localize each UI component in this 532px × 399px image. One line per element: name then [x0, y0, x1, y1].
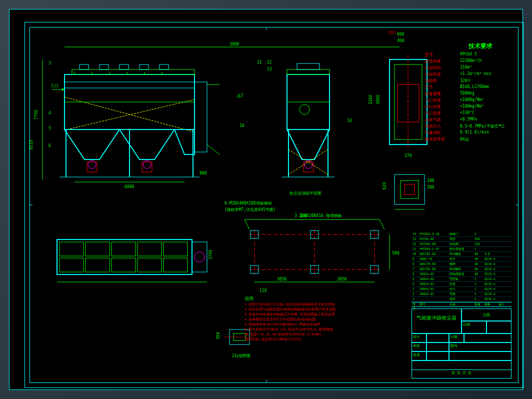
svg-rect-82: [86, 258, 110, 272]
svg-rect-24: [87, 162, 97, 172]
svg-rect-69: [400, 180, 418, 198]
svg-rect-70: [404, 184, 414, 194]
svg-text:3050: 3050: [277, 277, 286, 282]
svg-rect-26: [194, 82, 207, 152]
svg-text:304: 304: [216, 332, 220, 340]
svg-rect-80: [164, 242, 188, 256]
svg-text:晶7: 晶7: [237, 94, 244, 98]
bom-row: 5300X4-04壳壁板1Q235-A: [412, 277, 512, 282]
svg-text:6: 6: [48, 144, 51, 148]
svg-rect-55: [304, 162, 314, 172]
svg-text:110: 110: [260, 288, 267, 293]
svg-text:460: 460: [397, 38, 404, 43]
main-elevation: 入口: [50, 64, 220, 177]
svg-point-87: [194, 252, 204, 262]
svg-rect-79: [138, 242, 162, 256]
svg-rect-84: [138, 258, 162, 272]
svg-text:出口: 出口: [388, 30, 396, 34]
svg-rect-13: [160, 64, 168, 70]
spec-table: 型号PPC64·5 处理风量22300m³/h 过滤面积310m² 过滤风速<1…: [425, 52, 508, 143]
bom-row: 1底架1Q235-A: [412, 297, 512, 302]
bom-row: 10GB5782-86M16螺栓404.8: [412, 252, 512, 257]
svg-text:100: 100: [427, 178, 434, 183]
svg-rect-9: [80, 64, 88, 70]
svg-text:8115: 8115: [29, 140, 34, 150]
bom-row: 2300X4-01壳体1Q235-A: [412, 292, 512, 297]
svg-rect-49: [297, 64, 320, 70]
svg-text:800: 800: [200, 171, 207, 176]
svg-rect-8: [72, 70, 194, 74]
bolt-note: 6-M20X400X260埋板螺栓: [224, 201, 272, 206]
bom-row: 13PPC96-09风管500: [412, 237, 512, 242]
svg-text:收尘器顶端平面图: 收尘器顶端平面图: [290, 191, 322, 196]
main-dims: 3000 7700 8115 6800 800 3 4 5 6 11 12 13…: [29, 42, 400, 189]
bom-row: 9GB95-76垫片40Q235-A: [412, 257, 512, 262]
bom-row: 7GB5782-86M20螺栓40Q235-A: [412, 267, 512, 272]
bom-row: 8GB6170-86螺母40Q235-A: [412, 262, 512, 267]
notes-block: 说明 1.进风口和出风口可互换,如无特殊的隔板板及支架也变换 2.排灰装置可选配…: [244, 296, 414, 342]
svg-point-58: [300, 104, 310, 114]
svg-line-15: [67, 100, 194, 130]
bom-row: 6300X4-05回转阀装置40Q235-A: [412, 272, 512, 277]
plan-view: 3960 3160 370: [368, 54, 427, 158]
svg-rect-1: [64, 82, 194, 88]
bom-row: 4300X4-03支架1Q235-A: [412, 282, 512, 287]
svg-rect-85: [164, 258, 188, 272]
svg-text:620: 620: [382, 182, 387, 190]
bom-row: 11PPC064-5-07喷吹管装置1: [412, 247, 512, 252]
bom-row: 3300X4-02灰斗1Q235-A: [412, 287, 512, 292]
svg-point-23: [143, 160, 151, 168]
bom-table: 14PPC064-9-10检修门4 13PPC96-09风管500 12PPC0…: [412, 232, 512, 307]
svg-rect-12: [140, 64, 148, 70]
svg-text:13: 13: [267, 67, 272, 72]
foundation-plan: 3050 3050 110 580 3 200X200X16 预埋钢板: [244, 214, 400, 293]
svg-rect-48: [287, 70, 330, 74]
svg-rect-77: [86, 242, 110, 256]
tech-req-title: 技术要求: [468, 42, 492, 50]
svg-text:6800: 6800: [124, 184, 134, 189]
svg-text:580: 580: [392, 251, 400, 256]
svg-text:3000: 3000: [230, 42, 239, 46]
title-block: 气箱脉冲袋收尘器 总图 比例 设计 日期 审核 图号 批准 第 张 共 张: [412, 308, 512, 378]
svg-point-22: [88, 160, 96, 168]
svg-text:370: 370: [404, 154, 412, 158]
svg-text:4: 4: [48, 111, 51, 116]
svg-rect-76: [60, 242, 84, 256]
anchor-detail: 100 200 620: [382, 174, 434, 210]
svg-rect-83: [112, 258, 136, 272]
svg-line-28: [207, 144, 220, 154]
svg-text:2孔细部图: 2孔细部图: [232, 354, 250, 358]
svg-text:660: 660: [397, 32, 404, 36]
svg-text:5: 5: [48, 126, 51, 130]
bolt-note2: (随机带M7,详见第045号图): [224, 208, 276, 212]
svg-text:11: 11: [257, 60, 262, 64]
svg-rect-81: [60, 258, 84, 272]
svg-rect-78: [112, 242, 136, 256]
svg-text:3960: 3960: [376, 95, 380, 104]
svg-text:10: 10: [240, 124, 244, 128]
svg-text:14: 14: [347, 118, 352, 123]
svg-rect-68: [394, 174, 424, 204]
svg-text:基础: 基础: [300, 214, 308, 218]
svg-text:3: 3: [48, 61, 51, 66]
svg-text:200: 200: [427, 185, 434, 190]
svg-rect-10: [100, 64, 108, 70]
svg-rect-63: [398, 84, 419, 122]
svg-text:3700: 3700: [208, 250, 213, 260]
bom-row: 12PPC064-08卸灰阀320: [412, 242, 512, 247]
svg-text:12: 12: [267, 60, 272, 64]
svg-text:7700: 7700: [34, 110, 38, 120]
side-elevation: 14 收尘器顶端平面图: [282, 64, 352, 196]
inlet-label: 入口: [50, 84, 58, 88]
svg-point-54: [304, 160, 312, 168]
svg-text:3160: 3160: [368, 95, 373, 104]
svg-rect-11: [120, 64, 128, 70]
cad-canvas: 入口 3000 7700 8115 6800 800 3 4 5 6 11 12…: [9, 9, 523, 390]
svg-rect-75: [57, 240, 192, 274]
bom-row: 14PPC064-9-10检修门4: [412, 232, 512, 237]
svg-text:3050: 3050: [337, 277, 346, 282]
top-view: 3700: [57, 240, 213, 282]
svg-rect-25: [142, 162, 152, 172]
